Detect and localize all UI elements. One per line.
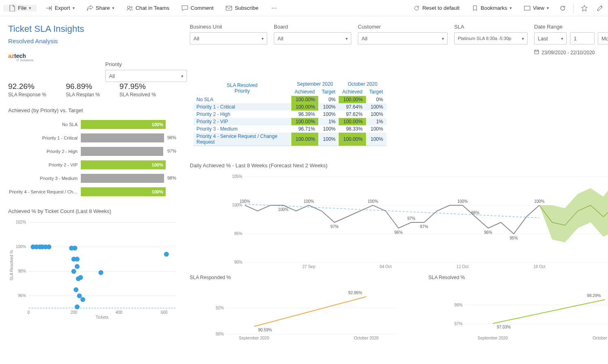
scatter-chart[interactable]: 96%98%100%102%0200400600TicketsSLA Resol…	[8, 218, 186, 320]
chevron-down-icon: ▾	[522, 36, 524, 41]
svg-text:200: 200	[70, 310, 77, 315]
dropdown-value: 1	[574, 36, 577, 42]
svg-text:97%: 97%	[331, 224, 339, 229]
kpi-value: 97.95%	[120, 82, 156, 91]
svg-text:96%: 96%	[484, 230, 492, 235]
svg-text:98%: 98%	[454, 303, 462, 307]
svg-text:100%: 100%	[534, 199, 545, 204]
filter-date-unit[interactable]: Months ▾	[598, 32, 608, 44]
svg-rect-3	[524, 6, 530, 10]
bar-row: No SLA100%	[8, 118, 186, 131]
table-row: Priority 1 - Critical100.00%100%97.64%10…	[193, 103, 386, 111]
file-label: File	[18, 5, 27, 11]
bar-fill	[81, 174, 164, 183]
filter-customer[interactable]: All ▾	[358, 32, 448, 44]
svg-point-36	[164, 252, 169, 257]
svg-text:95%: 95%	[234, 231, 242, 236]
bookmarks-label: Bookmarks	[481, 5, 507, 11]
svg-text:105%: 105%	[232, 174, 242, 179]
svg-text:11 Oct: 11 Oct	[457, 264, 469, 269]
teams-icon	[126, 5, 133, 11]
kpi-value: 96.89%	[66, 82, 100, 91]
export-icon	[46, 5, 52, 11]
svg-point-33	[80, 297, 85, 302]
view-label: View	[533, 5, 544, 11]
svg-text:102%: 102%	[16, 220, 26, 224]
chevron-down-icon: ▾	[547, 6, 549, 10]
bar-fill: 100%	[81, 160, 166, 169]
scatter-title: Achieved % by Ticket Count (Last 8 Weeks…	[8, 208, 186, 214]
chevron-down-icon: ▾	[561, 36, 563, 41]
share-button[interactable]: Share ▾	[84, 2, 118, 14]
svg-text:100%: 100%	[304, 199, 314, 204]
filter-board[interactable]: All ▾	[274, 32, 351, 44]
sla-matrix[interactable]: SLA ResolvedPrioritySeptember 2020Octobe…	[193, 80, 386, 146]
responded-title: SLA Responded %	[190, 275, 420, 280]
svg-text:98%: 98%	[18, 269, 26, 273]
mail-icon	[226, 5, 232, 11]
calendar-icon	[534, 49, 539, 55]
bar-label: Priority 2 - High	[8, 149, 81, 154]
bar-row: Priority 2 - High97%	[8, 144, 186, 158]
bar-value: 97%	[167, 149, 176, 153]
chat-button[interactable]: Chat in Teams	[123, 2, 173, 14]
export-label: Export	[55, 5, 70, 11]
overflow-menu[interactable]: ⋯	[267, 2, 280, 14]
resolved-chart[interactable]: SLA Resolved % 97%98%September 2020Octob…	[428, 275, 608, 344]
filter-date-mode[interactable]: Last ▾	[534, 32, 567, 44]
edit-button[interactable]	[595, 3, 605, 13]
filters-row: Business Unit All ▾ Board All ▾ Customer	[190, 24, 608, 55]
kpi-resolved: 97.95% SLA Resolved %	[120, 82, 156, 98]
dropdown-value: Months	[601, 36, 608, 42]
subscribe-button[interactable]: Subscribe	[222, 2, 262, 14]
comment-label: Comment	[191, 5, 213, 11]
comment-button[interactable]: Comment	[178, 2, 217, 14]
svg-point-26	[71, 269, 76, 274]
file-menu[interactable]: File ▾	[3, 5, 37, 11]
svg-text:100%: 100%	[278, 207, 288, 212]
svg-text:100%: 100%	[240, 199, 250, 204]
svg-point-34	[75, 304, 80, 309]
filter-date-qty[interactable]: 1	[570, 32, 595, 44]
svg-text:04 Oct: 04 Oct	[379, 264, 392, 269]
svg-text:October 2020: October 2020	[592, 336, 608, 340]
svg-text:97%: 97%	[420, 224, 428, 229]
bar-chart[interactable]: No SLA100%Priority 1 - Critical98%Priori…	[8, 118, 186, 198]
divider	[573, 3, 574, 13]
svg-text:27 Sep: 27 Sep	[302, 264, 315, 269]
filter-label-date: Date Range	[534, 24, 608, 30]
filter-sla[interactable]: Platinum SLA 8:30a -5:30p ▾	[454, 32, 528, 44]
svg-text:96%: 96%	[395, 230, 403, 235]
filter-business-unit[interactable]: All ▾	[190, 32, 267, 44]
responded-chart[interactable]: SLA Responded % 90%92%September 2020Octo…	[190, 275, 420, 344]
daily-title: Daily Achieved % - Last 8 Weeks (Forecas…	[190, 162, 608, 169]
svg-text:97%: 97%	[454, 322, 462, 326]
svg-text:100%: 100%	[368, 199, 378, 204]
filter-priority[interactable]: All ▾	[105, 70, 187, 82]
export-menu[interactable]: Export ▾	[42, 2, 78, 14]
favorite-button[interactable]	[579, 3, 589, 13]
command-bar: File ▾ Export ▾ Share ▾ Chat in Teams Co…	[0, 0, 608, 16]
bookmark-icon	[472, 5, 478, 11]
dropdown-value: All	[109, 73, 115, 79]
page-subtitle: Resolved Analysis	[8, 38, 186, 44]
chevron-down-icon: ▾	[181, 74, 183, 78]
reset-button[interactable]: Reset to default	[410, 2, 463, 14]
kpi-label: SLA Resplan %	[66, 92, 100, 98]
svg-point-1	[131, 7, 132, 8]
bar-label: Priority 3 - Medium	[8, 176, 81, 181]
view-menu[interactable]: View ▾	[521, 2, 552, 14]
daily-line-chart[interactable]: 90%95%100%105%27 Sep04 Oct11 Oct18 Oct25…	[190, 173, 608, 271]
svg-point-0	[127, 6, 130, 9]
bookmarks-menu[interactable]: Bookmarks ▾	[468, 2, 515, 14]
svg-point-24	[73, 246, 78, 251]
bar-value: 98%	[167, 135, 176, 140]
comment-icon	[182, 5, 188, 11]
bar-track: 100%	[81, 187, 166, 196]
dropdown-value: Last	[538, 36, 548, 42]
svg-text:98.29%: 98.29%	[587, 293, 601, 298]
svg-point-30	[78, 275, 83, 280]
refresh-button[interactable]	[558, 3, 568, 13]
svg-text:600: 600	[161, 310, 168, 315]
svg-point-27	[75, 257, 80, 262]
